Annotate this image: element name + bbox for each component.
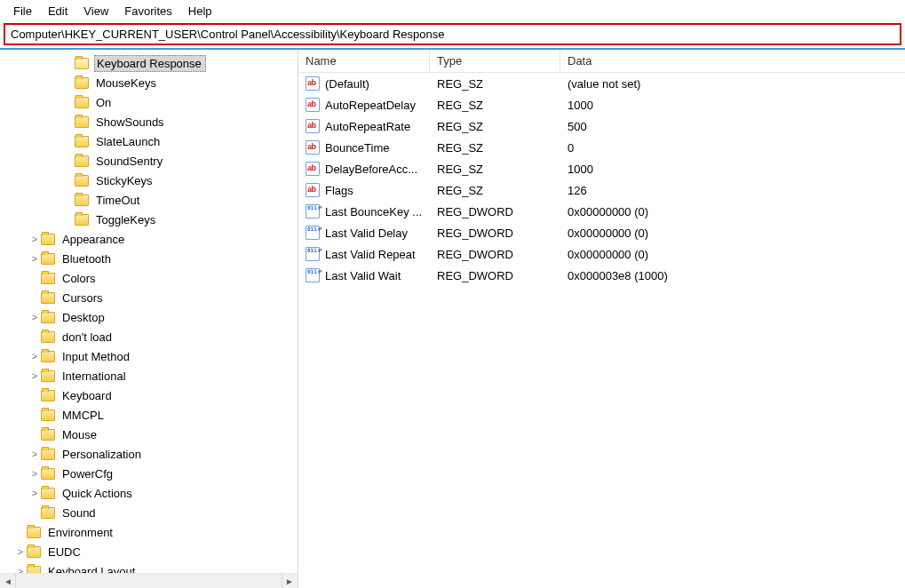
tree-item[interactable]: SlateLaunch	[0, 131, 298, 151]
values-pane: Name Type Data (Default)REG_SZ(value not…	[298, 50, 905, 588]
value-data: 0	[560, 141, 905, 155]
tree-item[interactable]: MouseKeys	[0, 73, 298, 92]
folder-icon	[75, 214, 89, 226]
menu-help[interactable]: Help	[180, 3, 220, 20]
tree-item[interactable]: >PowerCfg	[0, 464, 298, 483]
value-row[interactable]: Last Valid RepeatREG_DWORD0x00000000 (0)	[298, 243, 905, 265]
tree-item[interactable]: StickyKeys	[0, 171, 298, 190]
value-name: Last Valid Repeat	[325, 248, 430, 261]
tree-item[interactable]: ToggleKeys	[0, 210, 298, 229]
tree-item[interactable]: SoundSentry	[0, 151, 298, 171]
value-row[interactable]: Last Valid DelayREG_DWORD0x00000000 (0)	[298, 222, 905, 243]
tree-item-label: Bluetooth	[60, 251, 113, 266]
folder-icon	[41, 351, 55, 362]
value-type: REG_SZ	[430, 77, 560, 91]
value-row[interactable]: DelayBeforeAcc...REG_SZ1000	[298, 158, 905, 179]
tree-item[interactable]: Colors	[0, 268, 298, 288]
value-data: 0x000003e8 (1000)	[560, 269, 905, 282]
tree-item-label: International	[60, 369, 128, 384]
tree-item[interactable]: >Keyboard Layout	[0, 561, 298, 573]
folder-icon	[41, 429, 55, 441]
expand-icon[interactable]: >	[28, 312, 41, 322]
folder-icon	[75, 116, 89, 128]
menu-edit[interactable]: Edit	[40, 3, 75, 20]
tree-item-label: ToggleKeys	[94, 212, 157, 227]
tree-scroll[interactable]: Keyboard ResponseMouseKeysOnShowSoundsSl…	[0, 50, 298, 573]
tree-item[interactable]: Sound	[0, 503, 298, 522]
menu-file[interactable]: File	[5, 3, 40, 20]
value-row[interactable]: (Default)REG_SZ(value not set)	[298, 73, 905, 94]
column-type[interactable]: Type	[430, 50, 560, 72]
expand-icon[interactable]: >	[28, 488, 41, 498]
value-type: REG_SZ	[430, 141, 560, 155]
expand-icon[interactable]: >	[28, 370, 41, 381]
tree-item-label: don't load	[60, 330, 114, 345]
tree-item-label: StickyKeys	[94, 173, 155, 188]
reg-sz-icon	[306, 76, 320, 91]
menu-view[interactable]: View	[75, 3, 116, 20]
tree-item[interactable]: Mouse	[0, 425, 298, 444]
value-type: REG_DWORD	[430, 226, 560, 240]
expand-icon[interactable]: >	[28, 351, 41, 362]
value-data: 1000	[560, 163, 905, 176]
column-data[interactable]: Data	[560, 50, 905, 72]
column-name[interactable]: Name	[298, 50, 430, 72]
tree-item[interactable]: ShowSounds	[0, 112, 298, 131]
tree-item[interactable]: Environment	[0, 522, 298, 542]
folder-icon	[41, 468, 55, 480]
expand-icon[interactable]: >	[28, 449, 41, 459]
tree-item-label: Keyboard Response	[94, 55, 206, 72]
reg-sz-icon	[306, 119, 320, 133]
folder-icon	[75, 155, 89, 167]
value-row[interactable]: BounceTimeREG_SZ0	[298, 137, 905, 158]
value-name: Last Valid Delay	[325, 226, 430, 240]
tree-item-label: Environment	[46, 525, 115, 540]
tree-item[interactable]: >EUDC	[0, 542, 298, 561]
tree-item-label: Personalization	[60, 447, 143, 462]
value-name: AutoRepeatDelay	[325, 99, 430, 112]
folder-icon	[75, 97, 89, 108]
value-name: Last Valid Wait	[325, 269, 430, 282]
value-row[interactable]: AutoRepeatRateREG_SZ500	[298, 115, 905, 137]
scroll-left-icon[interactable]: ◄	[4, 576, 12, 586]
tree-item-label: PowerCfg	[60, 466, 115, 481]
folder-icon	[27, 566, 41, 574]
tree-item[interactable]: >Bluetooth	[0, 249, 298, 268]
tree-item-label: SlateLaunch	[94, 134, 162, 149]
value-row[interactable]: AutoRepeatDelayREG_SZ1000	[298, 94, 905, 115]
menu-favorites[interactable]: Favorites	[116, 3, 179, 20]
tree-item[interactable]: On	[0, 92, 298, 112]
tree-item[interactable]: TimeOut	[0, 190, 298, 210]
tree-item[interactable]: >Quick Actions	[0, 483, 298, 503]
tree-hscrollbar[interactable]: ◄ ►	[0, 573, 298, 588]
expand-icon[interactable]: >	[28, 234, 41, 244]
tree-item[interactable]: >International	[0, 366, 298, 385]
tree-item[interactable]: >Desktop	[0, 307, 298, 327]
tree-item[interactable]: don't load	[0, 327, 298, 346]
tree-item[interactable]: Cursors	[0, 288, 298, 307]
value-row[interactable]: Last BounceKey ...REG_DWORD0x00000000 (0…	[298, 201, 905, 222]
expand-icon[interactable]: >	[28, 468, 41, 479]
tree-item-label: Cursors	[60, 290, 105, 306]
folder-icon	[41, 488, 55, 499]
expand-icon[interactable]: >	[14, 566, 27, 573]
tree-item-label: SoundSentry	[94, 154, 164, 169]
tree-item-label: Keyboard	[60, 388, 114, 403]
tree-item[interactable]: Keyboard Response	[0, 53, 298, 73]
value-name: Last BounceKey ...	[325, 205, 430, 219]
tree-item[interactable]: Keyboard	[0, 385, 298, 405]
value-row[interactable]: FlagsREG_SZ126	[298, 179, 905, 201]
tree-item[interactable]: >Input Method	[0, 346, 298, 366]
scroll-right-icon[interactable]: ►	[285, 576, 294, 586]
tree-item-label: ShowSounds	[94, 115, 166, 130]
expand-icon[interactable]: >	[28, 253, 41, 264]
tree-item[interactable]: MMCPL	[0, 405, 298, 425]
address-bar[interactable]: Computer\HKEY_CURRENT_USER\Control Panel…	[11, 28, 894, 41]
expand-icon[interactable]: >	[14, 546, 27, 557]
tree-item[interactable]: >Personalization	[0, 444, 298, 464]
folder-icon	[41, 331, 55, 343]
value-row[interactable]: Last Valid WaitREG_DWORD0x000003e8 (1000…	[298, 265, 905, 286]
main-split: Keyboard ResponseMouseKeysOnShowSoundsSl…	[0, 50, 905, 588]
tree-item[interactable]: >Appearance	[0, 229, 298, 249]
folder-icon	[41, 273, 55, 284]
